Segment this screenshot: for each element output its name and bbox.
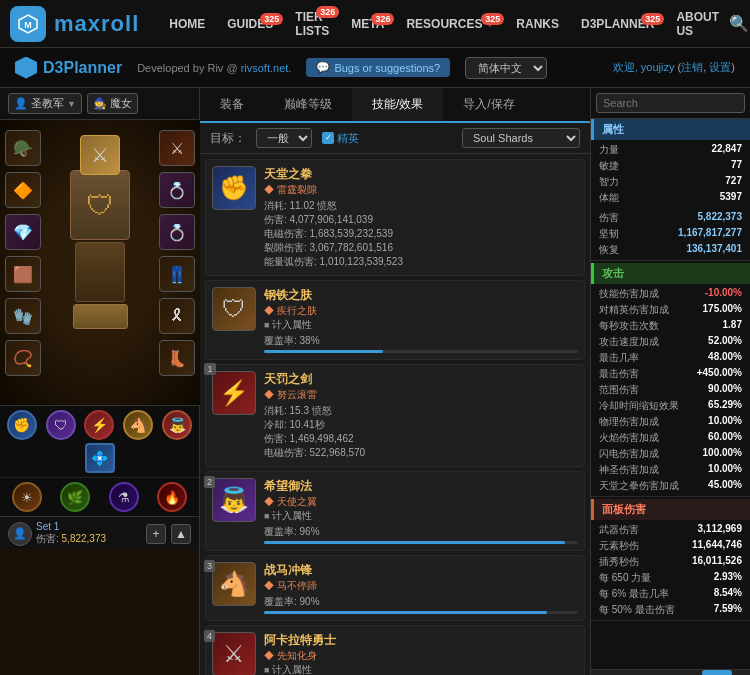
damage-value: 5,822,373 (62, 533, 107, 544)
eq-slot-weapon-main[interactable]: ⚔ (159, 130, 195, 166)
passive-slot-4[interactable]: 🔥 (157, 482, 187, 512)
skill-item-2: 1 ⚡ 天罚之剑 努云滚雷 消耗: 15.3 愤怒 冷却: 10.41秒 伤害:… (205, 364, 585, 467)
skill-slot-4[interactable]: 🐴 (123, 410, 153, 440)
search-icon[interactable]: 🔍 (729, 14, 749, 33)
nav-aboutus[interactable]: ABOUT US (666, 4, 729, 44)
attr-elem-dps: 元素秒伤 11,644,746 (591, 538, 750, 554)
main-content: 👤 圣教军 ▼ 🧙 魔女 ⚔ 🛡 (0, 88, 750, 675)
skill-info-0: 天堂之拳 雷霆裂隙 消耗: 11.02 愤怒 伤害: 4,077,906,141… (264, 166, 578, 269)
tab-skills[interactable]: 技能/效果 (352, 88, 443, 123)
bugs-button[interactable]: 💬 Bugs or suggestions? (306, 58, 450, 77)
skill-icon-3[interactable]: 👼 (212, 478, 256, 522)
coverage-bar-1 (264, 350, 578, 353)
skill-rune-5: 先知化身 (264, 649, 578, 663)
logout-link[interactable]: 注销 (681, 61, 703, 73)
eq-slot-shoulders[interactable]: 🔶 (5, 172, 41, 208)
attr-hf-dmg: 天堂之拳伤害加成 45.00% (591, 478, 750, 494)
chat-icon: 💬 (316, 61, 330, 74)
nav-meta[interactable]: META 326 (341, 11, 394, 37)
skill-item-5: 4 ⚔ 阿卡拉特勇士 先知化身 ■ 计入属性 覆盖率: 64% (205, 625, 585, 675)
eq-slot-belt[interactable]: 🎗 (159, 298, 195, 334)
attack-section: 攻击 技能伤害加成 -10.00% 对精英伤害加成 175.00% 每秒攻击次数… (591, 263, 750, 497)
svg-text:M: M (24, 20, 32, 30)
attr-per-650str: 每 650 力量 2.93% (591, 570, 750, 586)
passive-slot-3[interactable]: ⚗ (109, 482, 139, 512)
skill-num-5: 4 (204, 630, 215, 642)
logo-icon: M (10, 6, 46, 42)
settings-link[interactable]: 设置 (709, 61, 731, 73)
skill-hasattr-1: ■ 计入属性 (264, 318, 578, 332)
base-attributes-header: 属性 (591, 119, 750, 140)
soul-shards-select[interactable]: Soul Shards (462, 128, 580, 148)
d3planner-badge: 325 (641, 13, 664, 25)
skill-stats-2: 消耗: 15.3 愤怒 冷却: 10.41秒 伤害: 1,469,498,462… (264, 404, 578, 460)
scroll-bar[interactable] (591, 669, 750, 675)
eq-slot-ring2[interactable]: 💍 (159, 214, 195, 250)
attack-header: 攻击 (591, 263, 750, 284)
passive-slot-1[interactable]: ☀ (12, 482, 42, 512)
dev-link[interactable]: rivsoft.net (241, 62, 289, 74)
target-select[interactable]: 一般 (256, 128, 312, 148)
d3planner-logo: D3Planner (15, 57, 122, 79)
elite-check[interactable]: ✓ 精英 (322, 131, 359, 146)
eq-slot-ring1[interactable]: 💍 (159, 172, 195, 208)
meta-badge: 326 (371, 13, 394, 25)
attributes-panel: 属性 力量 22,847 敏捷 77 智力 727 体能 (590, 88, 750, 675)
nav-tierlists[interactable]: TIER LISTS 326 (285, 4, 339, 44)
skill-icon-4[interactable]: 🐴 (212, 562, 256, 606)
class-select[interactable]: 👤 圣教军 ▼ (8, 93, 82, 114)
skill-row: ✊ 🛡 ⚡ 🐴 👼 💠 (0, 405, 199, 477)
language-select[interactable]: 简体中文 (465, 57, 547, 79)
skill-item-0: ✊ 天堂之拳 雷霆裂隙 消耗: 11.02 愤怒 伤害: 4,077,906,1… (205, 159, 585, 276)
tab-paragon[interactable]: 巅峰等级 (264, 88, 352, 123)
skill-icon-2[interactable]: ⚡ (212, 371, 256, 415)
eq-slot-boots[interactable]: 👢 (159, 340, 195, 376)
skill-item-4: 3 🐴 战马冲锋 马不停蹄 覆盖率: 90% (205, 555, 585, 621)
search-input[interactable] (596, 93, 745, 113)
skill-icon-5[interactable]: ⚔ (212, 632, 256, 675)
nav-home[interactable]: HOME (159, 11, 215, 37)
eq-slot-gloves[interactable]: 🧤 (5, 298, 41, 334)
top-navigation: M maxroll HOME GUIDES 325 TIER LISTS 326… (0, 0, 750, 48)
attr-holy-dmg: 神圣伤害加成 10.00% (591, 462, 750, 478)
username: youjizy (641, 61, 675, 73)
filter-bar: 目标： 一般 ✓ 精英 Soul Shards (200, 123, 590, 154)
skill-rune-4: 马不停蹄 (264, 579, 578, 593)
attr-crit-dmg: 最击伤害 +450.00% (591, 366, 750, 382)
scroll-thumb[interactable] (702, 670, 732, 675)
nav-ranks[interactable]: RANKS (506, 11, 569, 37)
skill-slot-2[interactable]: 🛡 (46, 410, 76, 440)
eq-slot-legs[interactable]: 👖 (159, 256, 195, 292)
skill-slot-3[interactable]: ⚡ (84, 410, 114, 440)
eq-slot-chest[interactable]: 🟫 (5, 256, 41, 292)
eq-slot-bracers[interactable]: 📿 (5, 340, 41, 376)
logo[interactable]: M maxroll (10, 6, 139, 42)
skill-name-5: 阿卡拉特勇士 (264, 632, 578, 649)
skill-item-3: 2 👼 希望御法 天使之翼 ■ 计入属性 覆盖率: 96% (205, 471, 585, 551)
skill-icon-1[interactable]: 🛡 (212, 287, 256, 331)
add-button[interactable]: + (146, 524, 166, 544)
skill-slot-1[interactable]: ✊ (7, 410, 37, 440)
tab-import[interactable]: 导入/保存 (443, 88, 534, 123)
skill-slot-5[interactable]: 👼 (162, 410, 192, 440)
up-button[interactable]: ▲ (171, 524, 191, 544)
attr-aoe-dmg: 范围伤害 90.00% (591, 382, 750, 398)
passive-slot-2[interactable]: 🌿 (60, 482, 90, 512)
skill-hasattr-3: ■ 计入属性 (264, 509, 578, 523)
tab-equipment[interactable]: 装备 (200, 88, 264, 123)
character-panel: 👤 圣教军 ▼ 🧙 魔女 ⚔ 🛡 (0, 88, 200, 675)
skill-info-2: 天罚之剑 努云滚雷 消耗: 15.3 愤怒 冷却: 10.41秒 伤害: 1,4… (264, 371, 578, 460)
eq-slot-head[interactable]: 🪖 (5, 130, 41, 166)
developer-info: Developed by Riv @ rivsoft.net. (137, 62, 291, 74)
nav-d3planner[interactable]: D3PLANNER 325 (571, 11, 664, 37)
nav-guides[interactable]: GUIDES 325 (217, 11, 283, 37)
tierlists-badge: 326 (316, 6, 339, 18)
type-select[interactable]: 🧙 魔女 (87, 93, 138, 114)
attr-lightning-dmg: 闪电伤害加成 100.00% (591, 446, 750, 462)
search-area (591, 88, 750, 119)
skill-rune-1: 疾行之肤 (264, 304, 578, 318)
eq-slot-amulet[interactable]: 💎 (5, 214, 41, 250)
nav-resources[interactable]: RESOURCES 325 ▼ (396, 11, 504, 37)
skill-icon-0[interactable]: ✊ (212, 166, 256, 210)
skill-slot-6[interactable]: 💠 (85, 443, 115, 473)
